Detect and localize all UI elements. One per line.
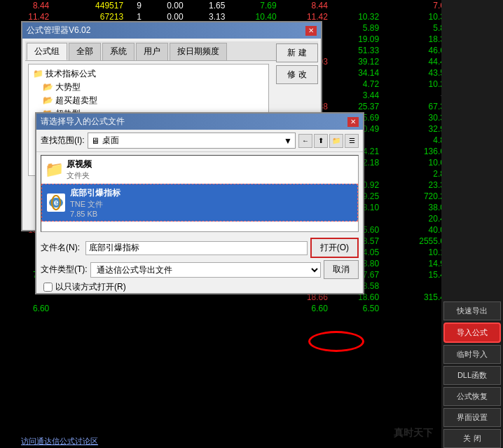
file-dialog-titlebar: 请选择导入的公式文件 ✕ [36,114,363,130]
file-dialog-title: 请选择导入的公式文件 [41,116,125,128]
import-formula-button[interactable]: 导入公式 [443,323,501,343]
close-button[interactable]: 关 闭 [443,429,501,448]
formula-tabs-bar: 公式组 全部 系统 用户 按日期频度 [25,41,318,61]
modify-formula-button[interactable]: 修 改 [276,65,318,84]
folder-desc: 文件夹 [67,170,92,181]
folder-name: 原视频 [67,158,92,170]
right-panel: 快速导出 导入公式 临时导入 DLL函数 公式恢复 界面设置 关 闭 [441,0,503,448]
file-item-tne[interactable]: e 底部引爆指标 TNE 文件 7.85 KB [41,184,358,222]
file-dialog: 请选择导入的公式文件 ✕ 查找范围(I): 🖥 桌面 ▼ ← ⬆ 📁 ☰ 📁 原… [35,112,364,294]
readonly-row: 以只读方式打开(R) [41,281,359,293]
tab-date-frequency[interactable]: 按日期频度 [170,43,227,60]
action-buttons: 新 建 修 改 [276,43,318,84]
tne-file-icon: e [46,193,66,212]
location-value: 桌面 [102,135,119,147]
filetype-select[interactable]: 通达信公式导出文件 [90,262,321,278]
tne-file-info: 底部引爆指标 TNE 文件 7.85 KB [70,187,120,218]
svg-text:e: e [54,198,59,208]
folder-open-icon: 📂 [43,82,53,92]
tree-item-technical[interactable]: 📁 技术指标公式 [32,67,266,81]
file-toolbar-icons: ← ⬆ 📁 ☰ [298,134,359,148]
folder-icon: 📁 [33,69,43,79]
formula-restore-button[interactable]: 公式恢复 [443,387,501,406]
location-combo[interactable]: 🖥 桌面 ▼ [88,133,296,149]
file-list: 📁 原视频 文件夹 e 底部引爆指标 TNE 文件 7.85 KB [41,155,359,232]
tree-item-overbought[interactable]: 📂 超买超卖型 [32,94,266,107]
folder-open-icon2: 📂 [43,95,53,105]
quick-export-button[interactable]: 快速导出 [443,301,501,320]
bottom-link[interactable]: 访问通达信公式讨论区 [21,436,98,447]
file-dialog-close-button[interactable]: ✕ [347,117,359,127]
location-icon: 🖥 [91,136,99,146]
location-label: 查找范围(I): [41,135,85,147]
filename-input[interactable] [85,241,308,255]
folder-info: 原视频 文件夹 [67,158,92,181]
tne-file-size: 7.85 KB [70,210,120,218]
new-formula-button[interactable]: 新 建 [276,43,318,62]
formula-manager-title: 公式管理器V6.02 [27,25,90,36]
file-footer: 文件名(N): 打开(O) 文件类型(T): 通达信公式导出文件 取消 以只读方… [36,235,363,296]
dll-function-button[interactable]: DLL函数 [443,366,501,385]
filetype-label: 文件类型(T): [41,264,88,276]
filename-label: 文件名(N): [41,242,83,254]
tab-user[interactable]: 用户 [136,43,168,60]
tree-item-trend[interactable]: 📂 大势型 [32,81,266,94]
formula-manager-close-button[interactable]: ✕ [305,26,317,36]
filename-row: 文件名(N): 打开(O) [41,238,359,258]
back-button[interactable]: ← [298,134,312,148]
view-toggle-button[interactable]: ☰ [345,134,359,148]
readonly-label: 以只读方式打开(R) [55,281,126,293]
tab-formula-group[interactable]: 公式组 [27,43,67,60]
tne-file-name: 底部引爆指标 [70,187,120,199]
file-toolbar: 查找范围(I): 🖥 桌面 ▼ ← ⬆ 📁 ☰ [36,130,363,152]
open-button[interactable]: 打开(O) [310,238,359,258]
readonly-checkbox[interactable] [43,283,53,292]
formula-manager-titlebar: 公式管理器V6.02 ✕ [22,22,321,39]
folder-icon-item: 📁 [46,161,62,178]
file-item-folder[interactable]: 📁 原视频 文件夹 [41,156,358,184]
temp-import-button[interactable]: 临时导入 [443,345,501,364]
up-folder-button[interactable]: ⬆ [314,134,328,148]
tne-file-desc: TNE 文件 [70,199,120,210]
ui-settings-button[interactable]: 界面设置 [443,408,501,427]
new-folder-button[interactable]: 📁 [329,134,343,148]
tab-system[interactable]: 系统 [102,43,135,60]
dropdown-arrow-icon: ▼ [284,136,292,146]
tab-all[interactable]: 全部 [69,43,101,60]
cancel-button[interactable]: 取消 [324,260,359,279]
watermark: 真时天下 [394,427,433,440]
filetype-row: 文件类型(T): 通达信公式导出文件 取消 [41,260,359,279]
